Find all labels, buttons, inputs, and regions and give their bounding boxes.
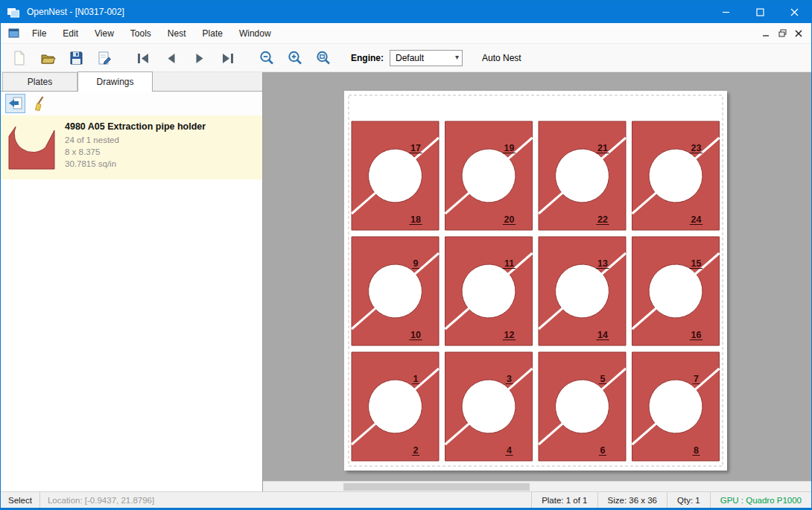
nest-pair[interactable]: 78 (632, 352, 720, 461)
side-panel: Plates Drawings 4980 A05 Extraction pipe… (1, 72, 263, 491)
menu-bar: File Edit View Tools Nest Plate Window (1, 23, 811, 44)
window-title: OpenNest - [N0317-002] (27, 7, 124, 17)
mdi-restore-button[interactable] (774, 26, 790, 41)
engine-select[interactable]: Default ▾ (390, 50, 463, 66)
mdi-close-icon (795, 30, 802, 37)
zoom-out-button[interactable] (254, 47, 279, 69)
menu-tools[interactable]: Tools (122, 25, 159, 42)
menu-view[interactable]: View (86, 25, 122, 42)
import-drawing-icon (7, 95, 24, 112)
app-icon (7, 6, 20, 18)
nest-pair[interactable]: 1718 (352, 121, 439, 230)
nest-pair[interactable]: 1314 (539, 237, 626, 345)
maximize-button[interactable] (743, 1, 777, 23)
new-file-icon (11, 50, 28, 66)
drawing-size: 8 x 8.375 (65, 146, 206, 158)
part-number: 19 (504, 143, 515, 153)
nav-last-button[interactable] (215, 47, 241, 69)
part-number: 4 (507, 445, 512, 456)
nest-pair[interactable]: 2122 (539, 121, 626, 230)
part-number: 15 (691, 258, 702, 269)
minimize-button[interactable] (708, 1, 743, 23)
mdi-minimize-button[interactable] (758, 26, 774, 41)
close-button[interactable] (777, 1, 811, 23)
part-number: 11 (504, 258, 514, 269)
part-number: 20 (504, 214, 515, 225)
title-bar: OpenNest - [N0317-002] (1, 1, 811, 23)
maximize-icon (756, 8, 764, 16)
menu-window[interactable]: Window (231, 25, 279, 42)
part-number: 16 (691, 330, 702, 340)
nest-pair[interactable]: 910 (352, 237, 439, 345)
status-mode: Select (1, 492, 39, 508)
part-number: 17 (410, 143, 421, 153)
nav-next-icon (191, 50, 208, 66)
scrollbar-thumb[interactable] (343, 483, 530, 491)
part-number: 24 (691, 214, 702, 225)
new-button[interactable] (7, 47, 32, 69)
part-number: 23 (691, 143, 702, 153)
nest-pair[interactable]: 34 (445, 352, 533, 461)
nav-prev-icon (163, 50, 180, 66)
part-number: 3 (507, 374, 512, 384)
part-number: 7 (694, 374, 699, 384)
zoom-fit-icon (315, 50, 332, 66)
tab-plates[interactable]: Plates (2, 72, 77, 91)
zoom-out-icon (258, 50, 275, 66)
nav-last-icon (220, 50, 236, 66)
status-gpu: GPU : Quadro P1000 (710, 492, 811, 508)
nest-canvas[interactable]: 171819202122232491011121314151612345678 (263, 72, 811, 491)
drawing-area: 30.7815 sq/in (65, 158, 206, 170)
zoom-fit-button[interactable] (311, 47, 336, 69)
nav-prev-button[interactable] (159, 47, 184, 69)
menu-edit[interactable]: Edit (54, 25, 86, 42)
drawing-list-item[interactable]: 4980 A05 Extraction pipe holder 24 of 1 … (1, 115, 262, 179)
main-toolbar: Engine: Default ▾ Auto Nest (1, 44, 811, 72)
drawing-title: 4980 A05 Extraction pipe holder (65, 121, 206, 132)
nav-first-button[interactable] (130, 47, 156, 69)
horizontal-scrollbar[interactable] (263, 481, 811, 491)
menu-file[interactable]: File (24, 25, 54, 42)
open-button[interactable] (35, 47, 60, 69)
nest-pair[interactable]: 1516 (632, 237, 720, 345)
part-number: 13 (597, 258, 608, 269)
part-number: 21 (597, 143, 608, 153)
drawing-thumbnail-shape (9, 127, 54, 169)
nest-pair[interactable]: 56 (539, 352, 626, 461)
clean-button[interactable] (30, 94, 50, 113)
tab-strip: Plates Drawings (1, 72, 262, 92)
open-folder-icon (39, 50, 56, 66)
zoom-in-button[interactable] (282, 47, 308, 69)
menu-nest[interactable]: Nest (159, 25, 194, 42)
part-number: 6 (600, 445, 606, 456)
mdi-minimize-icon (762, 30, 770, 37)
app-window: OpenNest - [N0317-002] File Edit View To… (0, 0, 812, 510)
plate[interactable]: 171819202122232491011121314151612345678 (344, 91, 727, 471)
nav-next-button[interactable] (187, 47, 212, 69)
part-number: 12 (504, 330, 515, 340)
status-qty: Qty: 1 (667, 492, 710, 508)
mdi-restore-icon (778, 29, 787, 37)
status-plate: Plate: 1 of 1 (531, 492, 597, 508)
part-number: 14 (597, 330, 608, 340)
import-drawing-button[interactable] (5, 94, 25, 113)
part-number: 8 (694, 445, 699, 456)
broom-icon (32, 95, 48, 112)
nest-pair[interactable]: 1112 (445, 237, 533, 345)
part-number: 1 (413, 374, 419, 384)
menu-plate[interactable]: Plate (194, 25, 231, 42)
save-as-button[interactable] (92, 47, 117, 69)
part-number: 10 (410, 330, 421, 340)
drawing-nested-count: 24 of 1 nested (65, 134, 206, 146)
save-icon (68, 50, 84, 66)
nest-pair[interactable]: 2324 (632, 121, 720, 230)
save-button[interactable] (63, 47, 89, 69)
nest-pair[interactable]: 1920 (445, 121, 533, 230)
mdi-close-button[interactable] (790, 26, 807, 41)
tab-drawings[interactable]: Drawings (77, 71, 153, 92)
drawings-toolbar (1, 92, 262, 115)
part-number: 2 (413, 445, 419, 456)
nest-pair[interactable]: 12 (352, 352, 439, 461)
auto-nest-label[interactable]: Auto Nest (482, 53, 521, 63)
drawing-thumbnail (7, 120, 57, 175)
